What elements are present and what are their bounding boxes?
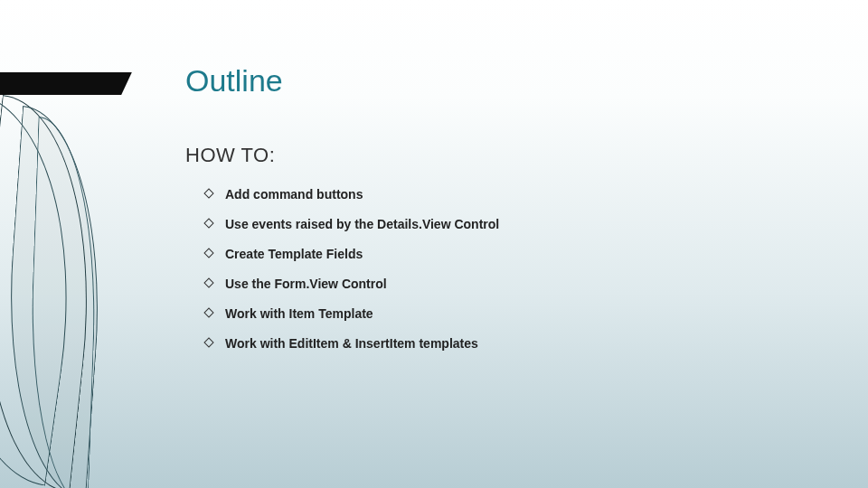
list-item: Create Template Fields <box>205 247 832 261</box>
list-item-text: Work with EditItem & InsertItem template… <box>225 336 478 351</box>
slide-title: Outline <box>185 63 832 99</box>
slide-content: Outline HOW TO: Add command buttons Use … <box>185 63 832 366</box>
slide-subtitle: HOW TO: <box>185 144 832 167</box>
diamond-bullet-icon <box>203 277 213 287</box>
diamond-bullet-icon <box>203 218 213 228</box>
list-item-text: Work with Item Template <box>225 306 373 321</box>
list-item: Work with Item Template <box>205 306 832 321</box>
list-item-text: Use events raised by the Details.View Co… <box>225 217 499 231</box>
list-item: Add command buttons <box>205 187 832 202</box>
bullet-list: Add command buttons Use events raised by… <box>185 187 832 351</box>
list-item: Use the Form.View Control <box>205 277 832 291</box>
list-item: Work with EditItem & InsertItem template… <box>205 336 832 351</box>
diamond-bullet-icon <box>203 188 213 198</box>
list-item-text: Use the Form.View Control <box>225 277 387 291</box>
decorative-black-bar <box>0 72 132 95</box>
diamond-bullet-icon <box>203 307 213 317</box>
diamond-bullet-icon <box>203 337 213 347</box>
list-item-text: Add command buttons <box>225 187 363 202</box>
list-item: Use events raised by the Details.View Co… <box>205 217 832 231</box>
diamond-bullet-icon <box>203 248 213 258</box>
list-item-text: Create Template Fields <box>225 247 363 261</box>
